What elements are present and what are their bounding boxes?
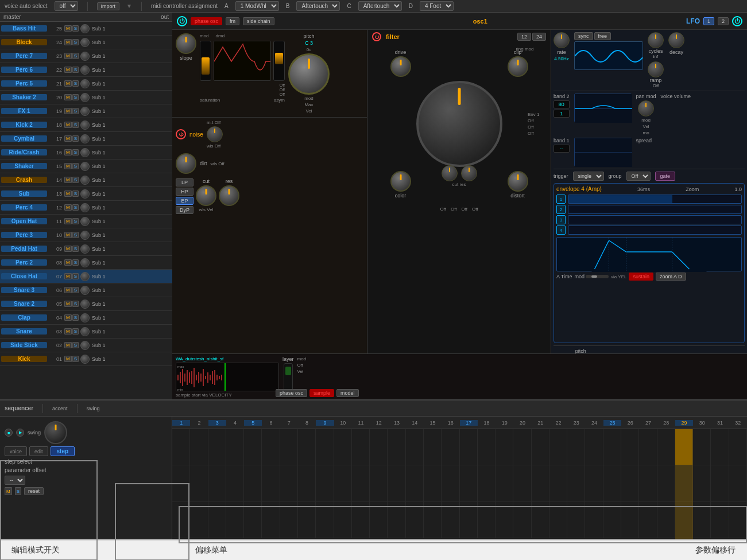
track-vol-knob[interactable] — [80, 134, 90, 143]
step-cell-1-28[interactable] — [657, 465, 675, 501]
parameter-offset-dropdown[interactable]: -- — [5, 476, 25, 485]
step-cell-1-16[interactable] — [442, 465, 459, 501]
step-cell-0-16[interactable] — [442, 429, 459, 465]
step-num-2[interactable]: 2 — [190, 420, 208, 426]
asym-slider[interactable] — [273, 41, 285, 81]
mute-button[interactable]: M — [64, 94, 72, 100]
track-vol-knob[interactable] — [80, 52, 90, 61]
mute-button[interactable]: M — [64, 232, 72, 238]
track-vol-knob[interactable] — [80, 231, 90, 240]
mute-button[interactable]: M — [64, 53, 72, 59]
sustain-button[interactable]: sustain — [629, 273, 653, 281]
lfo-free-button[interactable]: free — [594, 32, 611, 40]
track-vol-knob[interactable] — [80, 38, 90, 47]
solo-button[interactable]: S — [72, 39, 79, 45]
step-cell-2-6[interactable] — [262, 502, 280, 538]
solo-button[interactable]: S — [72, 108, 79, 114]
step-cell-1-18[interactable] — [478, 465, 496, 501]
mute-button[interactable]: M — [64, 259, 72, 266]
track-vol-knob[interactable] — [80, 65, 90, 75]
solo-button[interactable]: S — [72, 273, 79, 279]
mute-button[interactable]: M — [64, 122, 72, 128]
drive-knob[interactable] — [390, 56, 411, 77]
solo-button[interactable]: S — [72, 301, 79, 307]
step-num-15[interactable]: 15 — [424, 420, 442, 426]
cycles-knob[interactable] — [648, 32, 664, 48]
step-cell-0-8[interactable] — [298, 429, 316, 465]
step-num-13[interactable]: 13 — [388, 420, 405, 426]
track-vol-knob[interactable] — [80, 189, 90, 199]
step-cell-0-31[interactable] — [711, 429, 729, 465]
step-num-29[interactable]: 29 — [675, 420, 693, 426]
clip-knob[interactable] — [508, 56, 528, 77]
track-row[interactable]: Ride/Crash 16 M S Sub 1 — [0, 146, 172, 160]
step-num-27[interactable]: 27 — [639, 420, 657, 426]
power-button[interactable]: ⏻ — [177, 16, 187, 26]
step-cell-1-5[interactable] — [244, 465, 262, 501]
play-button[interactable]: ▶ — [16, 429, 24, 437]
solo-button[interactable]: S — [72, 177, 79, 183]
filter-24-button[interactable]: 24 — [532, 33, 546, 41]
step-cell-0-6[interactable] — [262, 429, 280, 465]
step-cell-0-22[interactable] — [549, 429, 567, 465]
step-cell-1-31[interactable] — [711, 465, 729, 501]
step-cell-0-4[interactable] — [226, 429, 244, 465]
step-num-6[interactable]: 6 — [262, 420, 280, 426]
step-cell-0-5[interactable] — [244, 429, 262, 465]
noise-knob[interactable] — [207, 126, 223, 142]
step-cell-1-25[interactable] — [603, 465, 621, 501]
pitch-knob-osc1[interactable] — [288, 53, 330, 95]
track-row[interactable]: Cymbal 17 M S Sub 1 — [0, 132, 172, 146]
track-vol-knob[interactable] — [80, 93, 90, 102]
step-cell-2-24[interactable] — [585, 502, 603, 538]
phase-osc-mode-button[interactable]: phase osc — [276, 389, 307, 397]
track-row[interactable]: Perc 3 10 M S Sub 1 — [0, 228, 172, 242]
step-num-32[interactable]: 32 — [729, 420, 747, 426]
step-num-20[interactable]: 20 — [513, 420, 531, 426]
slope-knob[interactable] — [176, 33, 196, 54]
step-cell-1-7[interactable] — [280, 465, 298, 501]
solo-button[interactable]: S — [72, 135, 79, 142]
step-cell-1-10[interactable] — [334, 465, 352, 501]
mute-button[interactable]: M — [64, 356, 72, 362]
s-button[interactable]: S — [15, 487, 21, 495]
step-cell-2-8[interactable] — [298, 502, 316, 538]
step-num-26[interactable]: 26 — [621, 420, 639, 426]
step-num-18[interactable]: 18 — [478, 420, 496, 426]
edit-button[interactable]: edit — [29, 446, 48, 456]
step-cell-1-4[interactable] — [226, 465, 244, 501]
step-cell-0-11[interactable] — [352, 429, 370, 465]
solo-button[interactable]: S — [72, 218, 79, 224]
step-cell-2-30[interactable] — [693, 502, 711, 538]
solo-button[interactable]: S — [72, 356, 79, 362]
mute-button[interactable]: M — [64, 287, 72, 293]
lfo-sync-button[interactable]: sync — [574, 32, 593, 40]
lp-button[interactable]: LP — [176, 178, 193, 186]
mute-button[interactable]: M — [64, 204, 72, 211]
track-vol-knob[interactable] — [80, 244, 90, 254]
phase-osc-button[interactable]: phase osc — [191, 17, 222, 25]
step-cell-2-17[interactable] — [460, 502, 478, 538]
step-cell-0-21[interactable] — [532, 429, 549, 465]
step-cell-2-16[interactable] — [442, 502, 459, 538]
step-cell-1-27[interactable] — [639, 465, 657, 501]
track-vol-knob[interactable] — [80, 286, 90, 295]
lfo-2-button[interactable]: 2 — [718, 17, 729, 25]
step-cell-0-7[interactable] — [280, 429, 298, 465]
track-vol-knob[interactable] — [80, 300, 90, 309]
trigger-dropdown[interactable]: single — [573, 172, 604, 181]
mute-button[interactable]: M — [64, 246, 72, 252]
step-num-17[interactable]: 17 — [460, 420, 478, 426]
mute-button[interactable]: M — [64, 273, 72, 279]
voice-button[interactable]: voice — [5, 446, 27, 456]
track-row[interactable]: Clap 04 M S Sub 1 — [0, 311, 172, 325]
step-cell-2-19[interactable] — [496, 502, 513, 538]
step-cell-0-25[interactable] — [603, 429, 621, 465]
import-button[interactable]: Import — [97, 2, 120, 10]
step-cell-0-3[interactable] — [208, 429, 226, 465]
step-num-19[interactable]: 19 — [496, 420, 513, 426]
dirt-knob[interactable] — [176, 153, 196, 174]
step-cell-1-9[interactable] — [316, 465, 334, 501]
step-cell-1-2[interactable] — [190, 465, 208, 501]
track-vol-knob[interactable] — [80, 327, 90, 336]
